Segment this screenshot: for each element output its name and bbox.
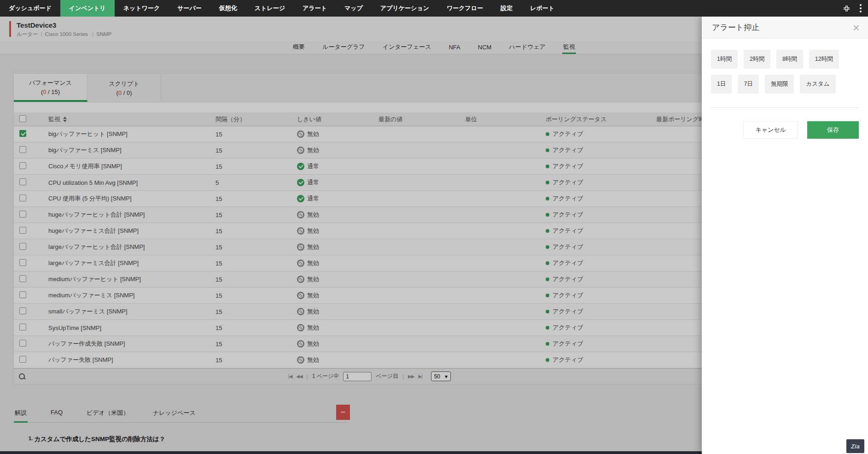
exit-fullscreen-icon[interactable]: [843, 5, 851, 12]
panel-title: アラート抑止: [712, 22, 759, 33]
more-menu-icon[interactable]: [860, 4, 862, 12]
duration-1d[interactable]: 1日: [711, 75, 732, 94]
top-nav-items: ダッシュボードインベントリネットワークサーバー仮想化ストレージアラートマップアプ…: [0, 0, 563, 17]
nav-item-workflow[interactable]: ワークフロー: [438, 0, 492, 17]
duration-1h[interactable]: 1時間: [711, 50, 738, 69]
cancel-button[interactable]: キャンセル: [743, 121, 798, 139]
nav-item-network[interactable]: ネットワーク: [115, 0, 169, 17]
nav-item-dashboard[interactable]: ダッシュボード: [0, 0, 60, 17]
nav-item-inventory[interactable]: インベントリ: [60, 0, 115, 17]
zia-assistant-button[interactable]: Zia: [846, 439, 864, 453]
nav-item-applications[interactable]: アプリケーション: [372, 0, 438, 17]
panel-divider: [711, 107, 859, 108]
save-button[interactable]: 保存: [807, 121, 859, 139]
close-icon[interactable]: ×: [853, 22, 860, 34]
duration-options: 1時間2時間8時間12時間1日7日無期限カスタム: [711, 50, 859, 94]
duration-indefinite[interactable]: 無期限: [765, 75, 794, 94]
duration-12h[interactable]: 12時間: [809, 50, 839, 69]
alert-suppression-panel: アラート抑止 × 1時間2時間8時間12時間1日7日無期限カスタム キャンセル …: [702, 17, 868, 454]
nav-item-storage[interactable]: ストレージ: [246, 0, 294, 17]
nav-item-alerts[interactable]: アラート: [294, 0, 336, 17]
duration-8h[interactable]: 8時間: [776, 50, 803, 69]
nav-item-server[interactable]: サーバー: [169, 0, 210, 17]
duration-custom[interactable]: カスタム: [800, 75, 835, 94]
top-nav-actions: [843, 0, 868, 17]
nav-item-settings[interactable]: 設定: [492, 0, 521, 17]
panel-header: アラート抑止 ×: [702, 17, 868, 39]
nav-item-maps[interactable]: マップ: [336, 0, 372, 17]
nav-item-virtualization[interactable]: 仮想化: [210, 0, 246, 17]
top-nav: ダッシュボードインベントリネットワークサーバー仮想化ストレージアラートマップアプ…: [0, 0, 868, 17]
duration-7d[interactable]: 7日: [738, 75, 758, 94]
duration-2h[interactable]: 2時間: [744, 50, 770, 69]
nav-item-reports[interactable]: レポート: [521, 0, 563, 17]
